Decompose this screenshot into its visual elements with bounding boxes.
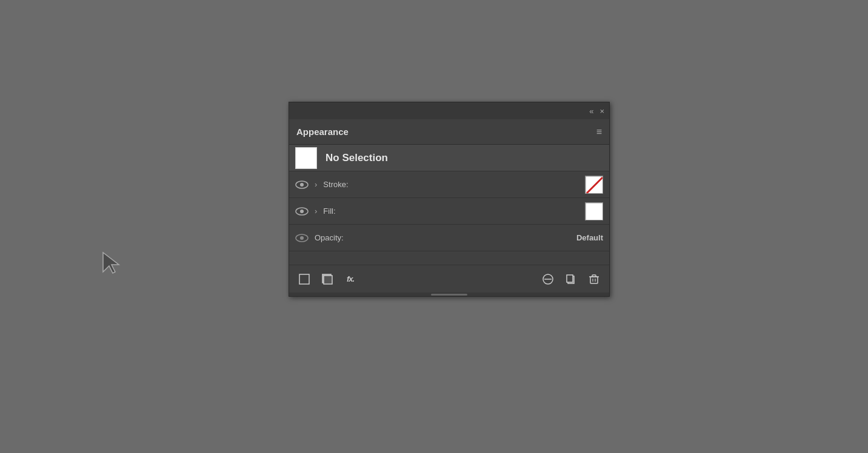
close-button[interactable]: × xyxy=(599,107,604,116)
no-selection-label: No Selection xyxy=(326,152,388,164)
fill-label: Fill: xyxy=(323,207,579,216)
add-new-fill-button[interactable] xyxy=(318,270,336,288)
fill-color-swatch[interactable] xyxy=(585,202,603,220)
panel-toolbar: fx. xyxy=(289,265,609,293)
collapse-button[interactable]: « xyxy=(589,107,593,116)
scrollbar-track xyxy=(431,294,467,296)
appearance-panel: « × Appearance ≡ No Selection › Stroke: xyxy=(289,102,610,297)
panel-content: No Selection › Stroke: xyxy=(289,145,609,265)
svg-rect-14 xyxy=(324,276,332,284)
fx-label: fx. xyxy=(347,274,354,283)
stroke-expand-icon[interactable]: › xyxy=(315,180,317,189)
stroke-visibility-icon[interactable] xyxy=(295,180,309,190)
opacity-row: Opacity: Default xyxy=(289,225,609,251)
svg-point-7 xyxy=(300,210,304,213)
svg-rect-12 xyxy=(299,274,309,284)
fill-expand-icon[interactable]: › xyxy=(315,207,317,216)
panel-titlebar: « × xyxy=(289,102,609,119)
stroke-color-swatch[interactable] xyxy=(585,176,603,194)
add-new-stroke-button[interactable] xyxy=(295,270,313,288)
svg-rect-19 xyxy=(590,277,598,283)
content-spacer xyxy=(289,251,609,265)
stroke-row: › Stroke: xyxy=(289,171,609,198)
delete-item-button[interactable] xyxy=(585,270,603,288)
panel-scrollbar[interactable] xyxy=(289,293,609,296)
opacity-value: Default xyxy=(576,233,603,242)
svg-rect-8 xyxy=(586,203,603,220)
selection-thumbnail xyxy=(295,147,317,169)
svg-point-11 xyxy=(300,236,304,240)
copy-item-button[interactable] xyxy=(562,270,580,288)
panel-menu-icon[interactable]: ≡ xyxy=(596,127,602,137)
opacity-label: Opacity: xyxy=(315,233,570,242)
svg-marker-0 xyxy=(103,253,119,273)
fill-row: › Fill: xyxy=(289,198,609,225)
clear-appearance-button[interactable] xyxy=(539,270,557,288)
opacity-visibility-icon[interactable] xyxy=(295,233,309,243)
stroke-label: Stroke: xyxy=(323,180,579,189)
svg-point-2 xyxy=(300,183,304,187)
panel-header: Appearance ≡ xyxy=(289,119,609,145)
svg-rect-18 xyxy=(567,275,573,282)
fill-visibility-icon[interactable] xyxy=(295,207,309,216)
no-selection-row: No Selection xyxy=(289,145,609,171)
panel-title: Appearance xyxy=(296,127,349,137)
fx-button[interactable]: fx. xyxy=(341,270,359,288)
svg-rect-21 xyxy=(592,275,596,277)
